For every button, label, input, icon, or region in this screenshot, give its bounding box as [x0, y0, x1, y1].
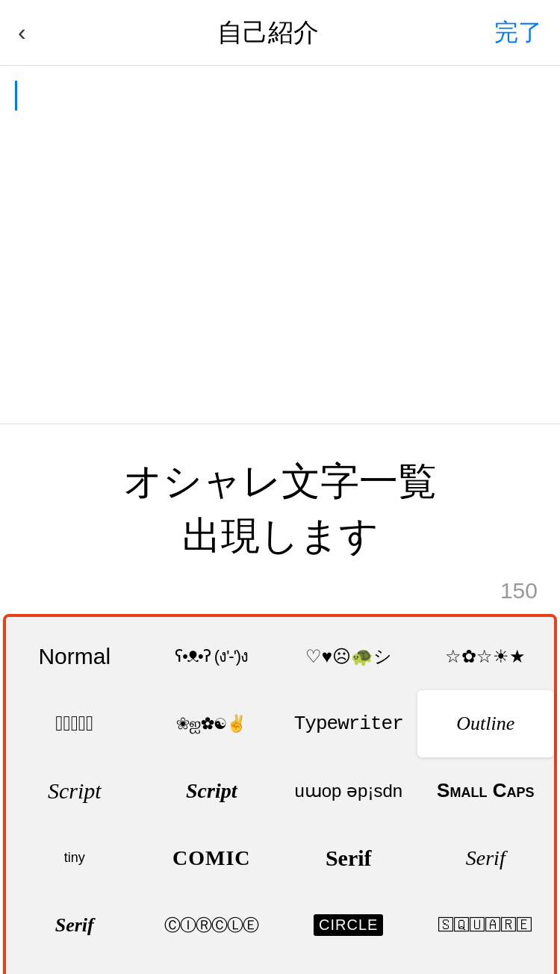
font-cell-circle-outline[interactable]: ⒸⒾⓇⒸⓁⒺ [143, 892, 281, 959]
prompt-section: オシャレ文字一覧 出現します [0, 424, 560, 571]
char-count: 150 [0, 571, 560, 614]
font-cell-serif-italic[interactable]: Serif [417, 825, 555, 892]
font-cell-stars[interactable]: ☆✿☆☀★ [417, 623, 555, 690]
done-button[interactable]: 完了 [482, 16, 542, 49]
font-cell-square-outline[interactable]: 🅂🅀🅄🄰🅁🄴 [417, 892, 555, 959]
page-title: 自己紹介 [217, 16, 319, 50]
font-grid: Normal ʕ•ᴥ•ʔ (ง'-')ง ♡♥☹🐢シ ☆✿☆☀★ 𓅓𓃠𓀀𓅬𓁹 ❀… [6, 623, 554, 974]
text-editor[interactable] [0, 66, 560, 424]
font-cell-hieroglyph[interactable]: 𓅓𓃠𓀀𓅬𓁹 [6, 690, 143, 757]
font-cell-square-filled[interactable]: SQUARE [6, 959, 143, 974]
prompt-text-line1: オシャレ文字一覧 [45, 454, 515, 509]
font-cell-emoji1[interactable]: ♡♥☹🐢シ [280, 623, 417, 690]
prompt-text-line2: 出現します [45, 509, 515, 563]
font-cell-normal[interactable]: Normal [6, 623, 143, 690]
font-cell-square-outline2[interactable]: SQUARE [143, 959, 281, 974]
back-button[interactable]: ‹ [18, 19, 54, 46]
font-cell-script1[interactable]: Script [6, 757, 143, 825]
header: ‹ 自己紹介 完了 [0, 0, 560, 66]
font-cell-typewriter[interactable]: Typewriter [280, 690, 417, 757]
font-cell-swirl[interactable]: ❀ஐ✿☯✌ [143, 690, 281, 757]
font-cell-serif-bold-italic[interactable]: Serif [6, 892, 143, 959]
font-cell-serif-bold[interactable]: Serif [280, 825, 417, 892]
font-cell-updown[interactable]: uɯop ǝp¡sdn [280, 757, 417, 825]
font-cell-circle-filled[interactable]: CIRCLE [280, 892, 417, 959]
font-cell-comic[interactable]: COMIC [143, 825, 281, 892]
font-cell-outline[interactable]: Outline [417, 690, 555, 757]
font-cell-symbols1[interactable]: ʕ•ᴥ•ʔ (ง'-')ง [143, 623, 281, 690]
font-cell-sans[interactable]: Sans [280, 959, 417, 974]
font-panel: Normal ʕ•ᴥ•ʔ (ง'-')ง ♡♥☹🐢シ ☆✿☆☀★ 𓅓𓃠𓀀𓅬𓁹 ❀… [3, 614, 557, 974]
cursor [15, 81, 17, 111]
font-cell-sans-bold[interactable]: Sans [417, 959, 555, 974]
font-cell-tiny[interactable]: tiny [6, 825, 143, 892]
font-cell-smallcaps[interactable]: Small Caps [417, 757, 555, 825]
font-cell-script2[interactable]: Script [143, 757, 281, 825]
